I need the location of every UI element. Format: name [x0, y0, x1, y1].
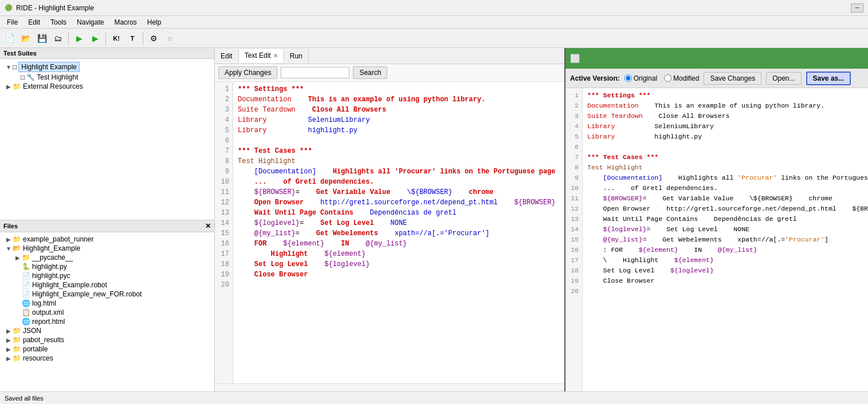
- code-editor[interactable]: 12345 678910 1112131415 1617181920 *** S…: [215, 82, 564, 383]
- py-file-icon: 🐍: [22, 263, 30, 271]
- tree-item-highlight-example[interactable]: ▼ □ Highlight Example: [0, 61, 214, 73]
- file-item-pycache[interactable]: ▶ 📁 __pycache__: [0, 253, 214, 262]
- menu-macros[interactable]: Macros: [109, 17, 141, 27]
- files-label: Files: [3, 223, 18, 229]
- toggle[interactable]: ▶: [5, 337, 13, 343]
- toggle[interactable]: ▶: [5, 355, 13, 362]
- version-bar: Active Version: Original Modified Save C…: [565, 69, 868, 88]
- toggle[interactable]: ▶: [14, 255, 22, 261]
- tab-text-edit-label: Text Edit: [245, 52, 271, 60]
- file-item-resources[interactable]: ▶ 📁 resources: [0, 354, 214, 363]
- radio-original-input[interactable]: [625, 74, 632, 82]
- html-file-icon: 🌐: [22, 299, 30, 307]
- file-item-pabot[interactable]: ▶ 📁 pabot_results: [0, 335, 214, 344]
- apply-changes-button[interactable]: Apply Changes: [218, 66, 277, 79]
- toggle-ext[interactable]: ▶: [5, 84, 13, 90]
- tf-button[interactable]: T: [125, 31, 140, 46]
- minimize-button[interactable]: ─: [851, 3, 863, 13]
- file-label[interactable]: example_pabot_runner: [23, 235, 93, 243]
- new-button[interactable]: 📄: [2, 31, 17, 46]
- search-button[interactable]: Search: [353, 66, 387, 79]
- kw-button[interactable]: K!: [109, 31, 124, 46]
- tab-edit[interactable]: Edit: [215, 50, 239, 62]
- file-label[interactable]: Highlight_Example: [23, 244, 80, 252]
- folder-icon: 📁: [22, 254, 30, 262]
- file-label[interactable]: output.xml: [32, 308, 64, 316]
- file-item-highlight-robot[interactable]: 📄 Highlight_Example.robot: [0, 280, 214, 290]
- line-numbers: 12345 678910 1112131415 1617181920: [215, 82, 233, 383]
- file-label[interactable]: Highlight_Example_new_FOR.robot: [32, 290, 142, 298]
- window-controls: ─: [851, 3, 863, 13]
- xml-file-icon: 📋: [22, 308, 30, 316]
- save-as-button[interactable]: Save as...: [806, 72, 851, 85]
- highlight-example-label[interactable]: Highlight Example: [18, 62, 80, 72]
- search-input[interactable]: [281, 67, 349, 78]
- save-all-button[interactable]: 🗂: [50, 31, 65, 46]
- file-item-example-pabot[interactable]: ▶ 📁 example_pabot_runner: [0, 235, 214, 244]
- file-item-highlight-pyc[interactable]: 📄 highlight.pyc: [0, 271, 214, 280]
- radio-original[interactable]: Original: [625, 74, 657, 82]
- external-resources-label[interactable]: External Resources: [23, 82, 83, 90]
- run-button[interactable]: ▶: [72, 31, 87, 46]
- tab-text-edit[interactable]: Text Edit ✕: [239, 49, 284, 63]
- file-label[interactable]: log.html: [32, 299, 56, 307]
- file-label[interactable]: __pycache__: [32, 254, 73, 262]
- toolbar: 📄 📂 💾 🗂 ▶ ▶ K! T ⚙ ○: [0, 29, 868, 48]
- robot2-file-icon: 📄: [22, 290, 30, 298]
- file-item-highlight-py[interactable]: 🐍 highlight.py: [0, 262, 214, 271]
- tree-item-test-highlight[interactable]: □ 🔧 Test Highlight: [0, 73, 214, 82]
- file-item-highlight-new-robot[interactable]: 📄 Highlight_Example_new_FOR.robot: [0, 290, 214, 299]
- files-close-button[interactable]: ✕: [205, 222, 211, 230]
- editor-tabs: Edit Text Edit ✕ Run: [215, 48, 564, 64]
- tree-item-external-resources[interactable]: ▶ 📁 External Resources: [0, 82, 214, 91]
- file-label[interactable]: report.html: [32, 318, 65, 326]
- save-button[interactable]: 💾: [34, 31, 49, 46]
- editor-hscroll[interactable]: [215, 383, 564, 391]
- radio-original-label: Original: [634, 74, 657, 82]
- radio-modified[interactable]: Modified: [664, 74, 699, 82]
- circle-button[interactable]: ○: [162, 31, 177, 46]
- editor-panel: Edit Text Edit ✕ Run Apply Changes Searc…: [215, 48, 564, 391]
- open-button[interactable]: 📂: [18, 31, 33, 46]
- file-label[interactable]: highlight.py: [32, 263, 67, 271]
- toggle[interactable]: ▼: [5, 245, 13, 252]
- open-button-diff[interactable]: Open...: [766, 72, 801, 85]
- menu-file[interactable]: File: [2, 17, 22, 27]
- toggle-icon[interactable]: ▼: [5, 64, 13, 70]
- file-label[interactable]: highlight.pyc: [32, 272, 70, 280]
- status-bar: Saved all files: [0, 391, 868, 404]
- tab-run[interactable]: Run: [284, 50, 309, 62]
- folder-open-icon: 📂: [13, 244, 21, 252]
- menu-help[interactable]: Help: [143, 17, 166, 27]
- file-label[interactable]: Highlight_Example.robot: [32, 281, 107, 289]
- diff-view[interactable]: 12345 678910 1112131415 1617181920 *** S…: [565, 88, 868, 391]
- test-highlight-label[interactable]: Test Highlight: [37, 73, 78, 81]
- code-content[interactable]: *** Settings *** Documentation This is a…: [233, 82, 564, 383]
- app-icon: 🟢: [5, 4, 13, 11]
- file-label[interactable]: pabot_results: [23, 336, 64, 344]
- diff-line-numbers: 12345 678910 1112131415 1617181920: [565, 88, 583, 391]
- tab-close-icon[interactable]: ✕: [273, 53, 278, 59]
- file-label[interactable]: resources: [23, 354, 53, 362]
- title-bar: 🟢 RIDE - Highlight Example ─: [0, 0, 868, 16]
- menu-edit[interactable]: Edit: [23, 17, 45, 27]
- toggle[interactable]: ▶: [5, 328, 13, 334]
- config-button[interactable]: ⚙: [146, 31, 161, 46]
- file-label[interactable]: JSON: [23, 327, 41, 335]
- file-item-report-html[interactable]: 🌐 report.html: [0, 317, 214, 326]
- pabot-folder-icon: 📁: [13, 336, 21, 344]
- run2-button[interactable]: ▶: [88, 31, 103, 46]
- save-changes-button[interactable]: Save Changes: [704, 72, 761, 85]
- toggle[interactable]: ▶: [5, 346, 13, 352]
- app-title: RIDE - Highlight Example: [16, 4, 94, 12]
- file-item-output-xml[interactable]: 📋 output.xml: [0, 308, 214, 317]
- file-item-json[interactable]: ▶ 📁 JSON: [0, 326, 214, 335]
- file-item-portable[interactable]: ▶ 📁 portable: [0, 344, 214, 354]
- toggle[interactable]: ▶: [5, 236, 13, 243]
- file-item-log-html[interactable]: 🌐 log.html: [0, 299, 214, 308]
- menu-navigate[interactable]: Navigate: [72, 17, 108, 27]
- file-label[interactable]: portable: [23, 345, 48, 353]
- file-item-highlight-example[interactable]: ▼ 📂 Highlight_Example: [0, 244, 214, 253]
- menu-tools[interactable]: Tools: [46, 17, 71, 27]
- radio-modified-input[interactable]: [664, 74, 671, 82]
